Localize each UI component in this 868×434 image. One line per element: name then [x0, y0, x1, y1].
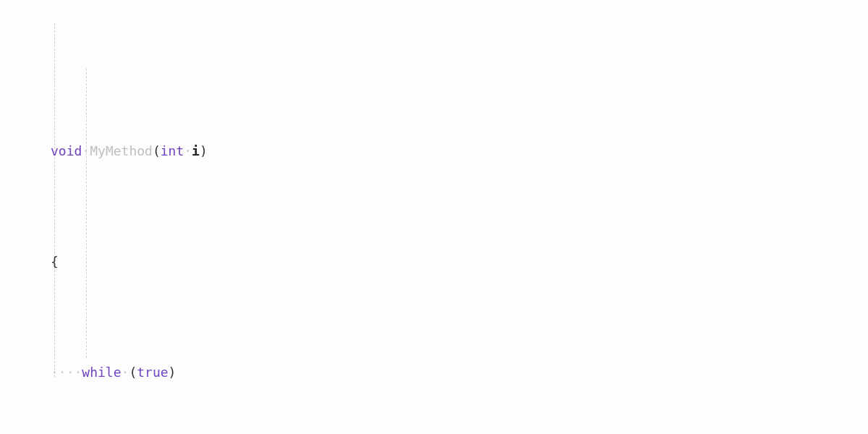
code-editor[interactable]: void·MyMethod(int·i) { ····while·(true) … [0, 0, 868, 434]
whitespace-dot: · [82, 143, 90, 158]
keyword-void: void [51, 143, 82, 158]
code-line: void·MyMethod(int·i) [51, 140, 868, 163]
brace-open: { [51, 254, 59, 269]
code-line: { [51, 251, 868, 273]
keyword-while: while [82, 365, 121, 380]
whitespace-dot: · [184, 143, 192, 158]
code-line: ····while·(true) [51, 362, 868, 384]
paren-close: ) [200, 143, 208, 158]
indent-dots: ···· [51, 365, 82, 380]
method-name: MyMethod [90, 143, 153, 158]
keyword-true: true [137, 365, 168, 380]
type-int: int [161, 143, 184, 158]
param-name: i [192, 143, 200, 158]
paren-open: ( [153, 143, 161, 158]
